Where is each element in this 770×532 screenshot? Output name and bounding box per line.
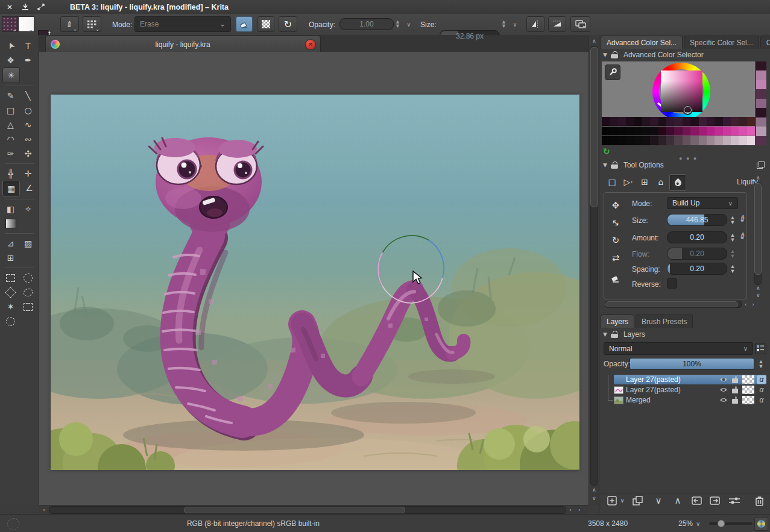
gradient-chooser-button[interactable]: ⌄ bbox=[18, 16, 34, 32]
layer-opacity-slider[interactable]: 100% bbox=[630, 358, 754, 370]
shade-swatch-1-6[interactable] bbox=[642, 117, 650, 126]
saturation-value-square[interactable] bbox=[661, 70, 702, 112]
freehand-brush-tool[interactable]: ✎ bbox=[2, 89, 19, 103]
crop-tool[interactable]: ╬ bbox=[2, 166, 19, 181]
scroll-down-arrow[interactable]: ∨ bbox=[592, 496, 596, 501]
magnetic-select-tool[interactable] bbox=[2, 314, 19, 328]
rect-select-tool[interactable] bbox=[2, 271, 19, 285]
shade-row-2[interactable] bbox=[602, 127, 755, 136]
transform-perspective-button[interactable]: ▷· bbox=[620, 174, 636, 190]
canvas-viewport[interactable] bbox=[39, 52, 589, 504]
move-tool[interactable]: ✛ bbox=[20, 166, 36, 181]
alpha-inherit-toggle[interactable]: α bbox=[757, 386, 766, 394]
layer-style-icon[interactable] bbox=[731, 376, 739, 384]
move-layer-left-button[interactable] bbox=[689, 493, 704, 508]
tool-options-scroll-up[interactable]: ∧ bbox=[756, 175, 760, 181]
shade-swatch-2-7[interactable] bbox=[650, 127, 658, 136]
color-history-strip[interactable] bbox=[756, 61, 766, 145]
add-layer-button[interactable] bbox=[605, 493, 619, 508]
measure-tool[interactable]: ∠ bbox=[21, 181, 37, 195]
liquify-rotate-icon[interactable]: ↻ bbox=[608, 233, 623, 248]
shade-swatch-3-14[interactable] bbox=[707, 136, 715, 145]
transform-free-button[interactable]: □ bbox=[604, 174, 620, 190]
opacity-slider[interactable]: 1.00 bbox=[339, 18, 394, 30]
shade-swatch-3-17[interactable] bbox=[731, 136, 739, 145]
close-document-button[interactable]: ✕ bbox=[306, 40, 315, 49]
layers-docker-header[interactable]: ▼ Layers bbox=[603, 330, 645, 339]
gradient-tool[interactable] bbox=[2, 216, 19, 231]
rectangle-tool[interactable]: □ bbox=[2, 103, 19, 117]
shade-swatch-3-3[interactable] bbox=[618, 136, 626, 145]
layer-transparency-thumbnail[interactable] bbox=[742, 375, 754, 384]
grid-tool[interactable]: ⊞ bbox=[2, 251, 19, 265]
color-docker-tab-2[interactable]: Specific Color Sel... bbox=[684, 36, 759, 49]
shade-swatch-2-10[interactable] bbox=[674, 127, 682, 136]
layers-docker-tab-1[interactable]: Layers bbox=[601, 315, 634, 328]
move-layer-up-button[interactable]: ∧ bbox=[669, 493, 686, 508]
color-history-swatch-3[interactable] bbox=[756, 80, 766, 89]
liquify-erase-icon[interactable] bbox=[608, 271, 623, 286]
lock-docker-icon[interactable] bbox=[611, 161, 619, 169]
refresh-shades-button[interactable]: ↻ bbox=[603, 146, 610, 156]
calligraphy-tool[interactable]: ✒ bbox=[20, 53, 36, 67]
collapse-arrow-icon[interactable]: ▼ bbox=[603, 162, 607, 168]
shade-swatch-3-1[interactable] bbox=[602, 136, 610, 145]
ellipse-tool[interactable]: ○ bbox=[20, 103, 36, 117]
liquify-reverse-checkbox[interactable] bbox=[667, 278, 677, 289]
smart-patch-tool[interactable]: ▨ bbox=[20, 236, 36, 251]
float-docker-icon[interactable] bbox=[757, 161, 765, 169]
tool-options-scroll-down[interactable]: ∨ bbox=[756, 293, 760, 298]
shade-swatch-1-1[interactable] bbox=[602, 117, 610, 126]
shape-select-tool[interactable]: ➤ bbox=[2, 39, 19, 53]
edit-shapes-tool[interactable]: ❖ bbox=[2, 53, 19, 67]
tool-options-scroll-right[interactable]: › bbox=[752, 302, 754, 307]
maximize-window-button[interactable] bbox=[35, 2, 47, 13]
liquify-amount-slider[interactable]: 0.20 bbox=[667, 231, 727, 243]
shade-swatch-2-6[interactable] bbox=[642, 127, 650, 136]
visibility-eye-icon[interactable] bbox=[719, 397, 728, 403]
layers-docker-tab-2[interactable]: Brush Presets bbox=[636, 315, 693, 328]
shade-swatch-2-14[interactable] bbox=[707, 127, 715, 136]
multibrush-tool[interactable]: ✣ bbox=[20, 146, 36, 161]
shade-swatch-1-2[interactable] bbox=[610, 117, 617, 126]
blending-mode-dropdown[interactable]: Erase ⌄ bbox=[134, 16, 231, 32]
alpha-inherit-toggle[interactable]: α bbox=[757, 396, 766, 404]
color-docker-header[interactable]: ▼ Advanced Color Selector bbox=[603, 51, 704, 59]
color-history-swatch-2[interactable] bbox=[756, 70, 766, 80]
opacity-spinner[interactable]: ▲▼ bbox=[395, 18, 400, 30]
shade-swatch-3-19[interactable] bbox=[747, 136, 755, 145]
shade-row-1[interactable] bbox=[602, 117, 755, 126]
layer-view-options-button[interactable] bbox=[755, 343, 766, 354]
amount-spinner[interactable]: ▲▼ bbox=[728, 233, 737, 242]
layer-properties-button[interactable] bbox=[726, 493, 743, 508]
shade-swatch-2-8[interactable] bbox=[658, 127, 666, 136]
shade-swatch-2-15[interactable] bbox=[715, 127, 722, 136]
size-dropdown-arrow[interactable]: ∨ bbox=[511, 18, 519, 30]
tool-options-scroll-up-2[interactable]: ∧ bbox=[756, 286, 760, 291]
shade-swatch-3-10[interactable] bbox=[674, 136, 682, 145]
canvas-horizontal-scrollbar[interactable]: ‹ ‹ › bbox=[39, 505, 589, 515]
fill-tool[interactable]: ◧ bbox=[2, 202, 19, 216]
transform-liquify-button[interactable] bbox=[669, 174, 686, 191]
layer-style-icon[interactable] bbox=[731, 396, 739, 404]
shade-swatch-1-12[interactable] bbox=[690, 117, 698, 126]
shade-swatch-3-11[interactable] bbox=[683, 136, 690, 145]
shade-swatch-1-9[interactable] bbox=[666, 117, 674, 126]
shade-swatch-2-2[interactable] bbox=[610, 127, 617, 136]
liquify-move-icon[interactable]: ✥ bbox=[608, 198, 623, 213]
document-tab[interactable]: liquify - liquify.kra ✕ bbox=[45, 36, 321, 52]
delete-layer-button[interactable] bbox=[751, 493, 767, 508]
line-tool[interactable]: ╲ bbox=[20, 89, 36, 103]
bezier-curve-tool[interactable]: ◠ bbox=[2, 132, 19, 146]
similar-select-tool[interactable]: ✶ bbox=[2, 299, 19, 314]
pattern-chooser-button[interactable]: ⌄ bbox=[2, 16, 18, 32]
opacity-dropdown-arrow[interactable]: ∨ bbox=[405, 18, 413, 30]
transform-tool[interactable]: ▦ bbox=[2, 181, 20, 196]
ellipse-select-tool[interactable] bbox=[20, 271, 36, 285]
scroll-up-arrow[interactable]: ∧ bbox=[592, 39, 596, 44]
color-history-swatch-4[interactable] bbox=[756, 89, 766, 98]
shade-swatch-1-15[interactable] bbox=[715, 117, 722, 126]
docker-splitter[interactable]: ● ● ● bbox=[679, 155, 698, 161]
tool-options-header[interactable]: ▼ Tool Options bbox=[603, 161, 664, 169]
shade-swatch-1-4[interactable] bbox=[626, 117, 634, 126]
